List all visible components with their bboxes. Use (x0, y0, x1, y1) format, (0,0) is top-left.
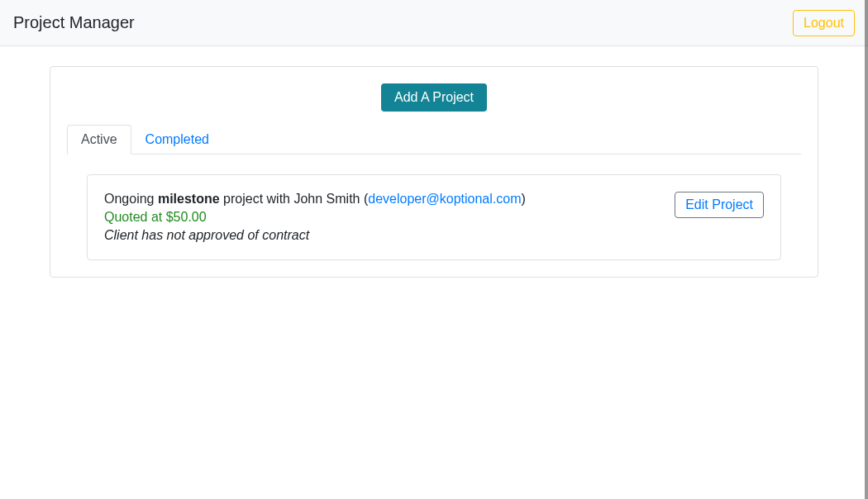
projects-card: Add A Project Active Completed Ongoing m… (50, 66, 818, 278)
app-title: Project Manager (13, 13, 135, 32)
project-suffix: ) (521, 192, 525, 206)
edit-project-button[interactable]: Edit Project (675, 192, 764, 218)
logout-button[interactable]: Logout (793, 10, 855, 36)
tabs: Active Completed (67, 125, 801, 154)
project-card: Ongoing milestone project with John Smit… (87, 174, 781, 260)
scrollbar[interactable] (865, 0, 868, 499)
project-description: Ongoing milestone project with John Smit… (104, 192, 675, 207)
add-project-button[interactable]: Add A Project (381, 83, 487, 112)
tab-completed[interactable]: Completed (131, 125, 223, 154)
project-status: Client has not approved of contract (104, 228, 675, 243)
main-container: Add A Project Active Completed Ongoing m… (0, 46, 868, 297)
project-quote: Quoted at $50.00 (104, 210, 675, 225)
project-type: milestone (158, 192, 220, 206)
client-email-link[interactable]: developer@koptional.com (368, 192, 521, 206)
tab-active[interactable]: Active (67, 125, 131, 154)
project-with: project with John Smith ( (220, 192, 369, 206)
project-prefix: Ongoing (104, 192, 158, 206)
navbar: Project Manager Logout (0, 0, 868, 46)
add-button-wrap: Add A Project (67, 83, 801, 112)
project-info: Ongoing milestone project with John Smit… (104, 192, 675, 243)
